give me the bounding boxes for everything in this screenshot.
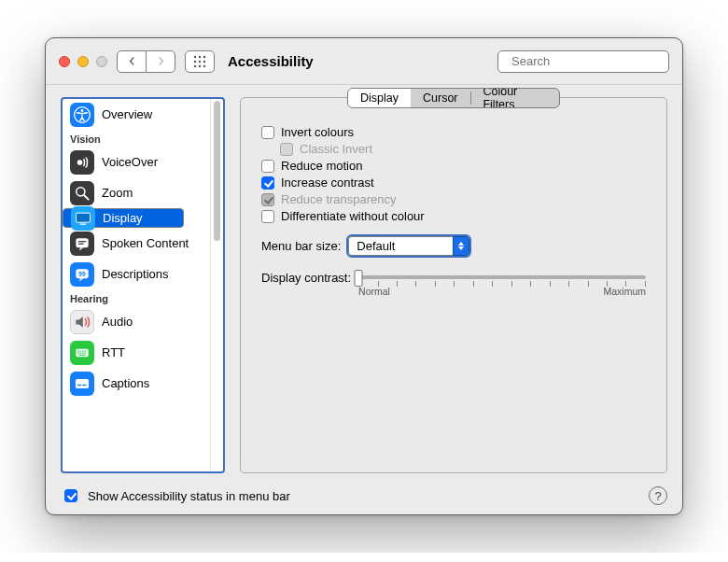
sidebar-item-label: Audio	[102, 315, 133, 329]
svg-text:99: 99	[78, 270, 86, 276]
menu-bar-size-row: Menu bar size: Default	[261, 236, 646, 256]
svg-line-15	[84, 195, 89, 200]
reduce-motion-checkbox[interactable]	[261, 160, 274, 173]
classic-invert-checkbox	[280, 143, 293, 156]
select-arrows-icon	[453, 236, 469, 256]
display-contrast-slider[interactable]: Normal Maximum	[358, 271, 646, 297]
tab-group: Display Cursor Colour Filters	[347, 88, 560, 108]
sidebar-item-zoom[interactable]: Zoom	[63, 177, 210, 208]
slider-max-label: Maximum	[603, 286, 646, 297]
svg-point-13	[77, 160, 83, 165]
svg-point-2	[203, 55, 205, 57]
close-window-button[interactable]	[59, 56, 70, 67]
sidebar-item-label: Spoken Content	[102, 236, 189, 250]
accessibility-icon	[70, 103, 94, 127]
invert-colours-checkbox[interactable]	[261, 126, 274, 139]
increase-contrast-checkbox[interactable]	[261, 176, 274, 190]
svg-rect-32	[85, 352, 87, 353]
sidebar-item-label: Zoom	[102, 186, 133, 200]
show-status-checkbox[interactable]	[64, 489, 77, 502]
sidebar-heading-vision: Vision	[63, 130, 210, 147]
search-input[interactable]	[510, 53, 670, 69]
tab-cursor[interactable]: Cursor	[411, 89, 470, 107]
svg-rect-26	[80, 350, 82, 351]
help-button[interactable]: ?	[649, 486, 667, 505]
search-field[interactable]	[497, 50, 669, 73]
differentiate-without-colour-label: Differentiate without colour	[281, 209, 425, 223]
footer: Show Accessibility status in menu bar ?	[61, 483, 667, 505]
display-contrast-row: Display contrast: Normal Maximum	[261, 271, 646, 297]
svg-rect-19	[76, 238, 88, 247]
sidebar-item-audio[interactable]: Audio	[63, 306, 210, 337]
display-contrast-label: Display contrast:	[261, 271, 351, 285]
show-all-button[interactable]	[185, 50, 215, 73]
slider-min-label: Normal	[358, 286, 390, 297]
svg-rect-36	[82, 384, 86, 385]
svg-rect-27	[82, 350, 84, 351]
back-button[interactable]	[117, 50, 147, 73]
svg-rect-35	[77, 384, 81, 385]
body: Overview Vision VoiceOver Zoom	[46, 85, 682, 514]
svg-point-1	[199, 55, 201, 57]
svg-rect-21	[78, 243, 84, 244]
sidebar-item-label: RTT	[102, 345, 125, 359]
classic-invert-label: Classic Invert	[300, 142, 372, 156]
display-icon	[71, 206, 95, 231]
svg-rect-18	[80, 223, 87, 224]
tab-display[interactable]: Display	[348, 89, 411, 107]
sidebar-item-label: Overview	[102, 107, 152, 121]
zoom-window-button[interactable]	[96, 56, 107, 67]
zoom-icon	[70, 181, 94, 205]
toolbar: Accessibility	[46, 38, 682, 85]
sidebar-item-captions[interactable]: Captions	[63, 368, 210, 399]
menu-bar-size-label: Menu bar size:	[261, 239, 341, 253]
sidebar-item-overview[interactable]: Overview	[63, 99, 210, 130]
svg-rect-25	[77, 350, 79, 351]
svg-point-0	[194, 55, 196, 57]
svg-point-12	[81, 109, 84, 112]
sidebar-item-rtt[interactable]: RTT	[63, 337, 210, 368]
svg-rect-29	[77, 352, 79, 353]
menu-bar-size-select[interactable]: Default	[348, 236, 469, 256]
page-title: Accessibility	[228, 53, 314, 69]
slider-knob[interactable]	[355, 270, 363, 287]
invert-colours-row[interactable]: Invert colours	[261, 125, 646, 139]
minimize-window-button[interactable]	[77, 56, 89, 67]
svg-point-8	[203, 64, 205, 66]
svg-point-7	[199, 64, 201, 66]
svg-rect-33	[78, 354, 86, 355]
tab-colour-filters[interactable]: Colour Filters	[470, 89, 559, 107]
svg-rect-34	[76, 379, 89, 388]
menu-bar-size-value: Default	[357, 239, 453, 253]
reduce-transparency-checkbox	[261, 193, 274, 206]
invert-colours-label: Invert colours	[281, 125, 354, 139]
rtt-icon	[70, 341, 94, 365]
differentiate-without-colour-checkbox[interactable]	[261, 210, 274, 223]
differentiate-without-colour-row[interactable]: Differentiate without colour	[261, 209, 646, 223]
forward-button[interactable]	[146, 50, 175, 73]
descriptions-icon: 99	[70, 262, 94, 287]
sidebar-item-label: Descriptions	[102, 267, 169, 281]
sidebar-item-spoken-content[interactable]: Spoken Content	[63, 228, 210, 259]
sidebar-item-label: Display	[103, 211, 143, 225]
increase-contrast-row[interactable]: Increase contrast	[261, 176, 646, 190]
show-status-label: Show Accessibility status in menu bar	[88, 489, 290, 503]
reduce-motion-row[interactable]: Reduce motion	[261, 159, 646, 173]
sidebar-item-voiceover[interactable]: VoiceOver	[63, 147, 210, 177]
sidebar-item-display[interactable]: Display	[63, 208, 184, 228]
svg-rect-31	[82, 352, 84, 353]
sidebar-item-descriptions[interactable]: 99 Descriptions	[63, 259, 210, 289]
audio-icon	[70, 310, 94, 334]
window-controls	[59, 56, 107, 67]
scrollbar[interactable]	[210, 99, 223, 471]
sidebar: Overview Vision VoiceOver Zoom	[61, 97, 225, 473]
classic-invert-row: Classic Invert	[280, 142, 646, 156]
svg-point-6	[194, 64, 196, 66]
svg-point-5	[203, 60, 205, 62]
captions-icon	[70, 372, 94, 396]
svg-rect-16	[77, 213, 91, 222]
scrollbar-thumb[interactable]	[214, 101, 220, 241]
sidebar-heading-hearing: Hearing	[63, 289, 210, 306]
preferences-window: Accessibility Overview Vision	[45, 37, 683, 515]
svg-rect-28	[85, 350, 87, 351]
